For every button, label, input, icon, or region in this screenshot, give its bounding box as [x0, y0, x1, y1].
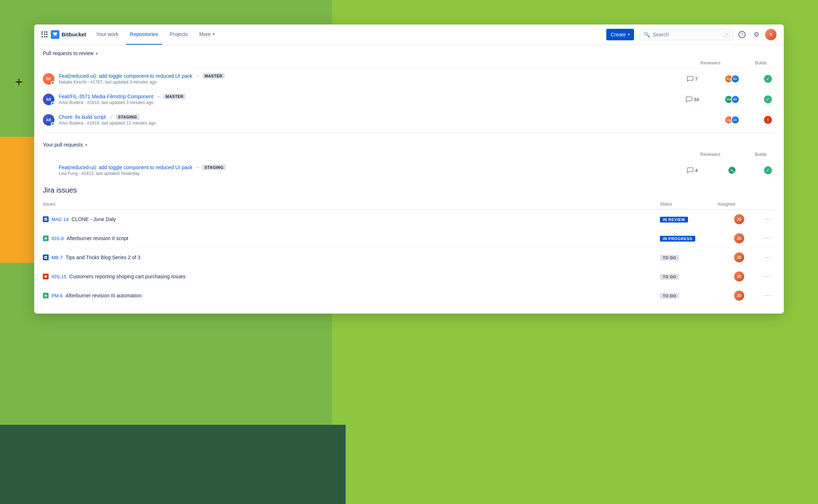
your-pr-chevron: ▾ [85, 143, 87, 147]
pr-info: Feat(reduced-ui): add toggle component t… [59, 165, 677, 176]
build-success-icon: ✓ [764, 166, 772, 174]
jira-issue-info: MAC-14 CLONE - June Daly [43, 216, 660, 222]
table-row: AB Feat/FIL-3571 Media Filmstrip Compone… [43, 89, 775, 110]
main-card: Bitbucket Your work Repositories Project… [34, 24, 784, 314]
issue-actions[interactable]: ··· [761, 216, 775, 222]
pr-author-avatar: AB [43, 94, 54, 105]
nav-repositories[interactable]: Repositories [126, 24, 162, 45]
search-placeholder: Search [653, 32, 721, 37]
jira-col-assignee-header: Assignee [718, 202, 761, 207]
your-pr-title: Your pull requests [43, 142, 83, 148]
comment-icon [686, 96, 692, 102]
user-avatar-nav[interactable]: U [765, 29, 777, 40]
approved-badge [733, 171, 736, 174]
jira-col-status-header: Status [660, 202, 718, 207]
issue-actions[interactable]: ··· [761, 292, 775, 299]
issue-key[interactable]: IOS-15 [51, 274, 66, 279]
content-area: Pull requests to review ▾ Reviewers Buil… [34, 45, 784, 314]
pr-meta: Natalie Kirscht - #1787, last updated 3 … [59, 80, 677, 85]
nav-your-work[interactable]: Your work [92, 24, 123, 45]
pr-comments[interactable]: 7 [682, 76, 703, 82]
pr-reviewers: U1 U2 [718, 116, 746, 124]
pr-to-review-header[interactable]: Pull requests to review ▾ [34, 45, 784, 59]
pr-reviewers: R [718, 166, 746, 175]
issue-status: IN REVIEW [660, 216, 718, 222]
pr-comments[interactable]: 34 [682, 96, 703, 102]
pr-comments[interactable]: 4 [682, 167, 703, 173]
more-actions-icon[interactable]: ··· [764, 235, 771, 242]
pr-title[interactable]: Feat(reduced-ui): add toggle component t… [59, 165, 192, 170]
issue-key[interactable]: PM-6 [51, 293, 63, 298]
issue-key[interactable]: MB-7 [51, 255, 63, 260]
issue-key[interactable]: IOS-8 [51, 236, 64, 241]
reviewer-avatar: R2 [731, 75, 740, 83]
jira-section: Jira issues Issues Status Assignee MAC-1… [34, 180, 784, 305]
nav-logo-area: Bitbucket [41, 30, 86, 39]
pr-title[interactable]: Feat/FIL-3571 Media Filmstrip Component [59, 94, 153, 99]
pr-arrow-icon: → [195, 165, 199, 170]
navbar: Bitbucket Your work Repositories Project… [34, 24, 784, 45]
avatar-online-status [51, 122, 54, 126]
pr-reviewers: R1 R2 [718, 75, 746, 83]
issue-actions[interactable]: ··· [761, 235, 775, 242]
pr-right-section: 4 R ✓ [682, 166, 775, 175]
pr-arrow-icon: → [109, 114, 113, 120]
nav-more[interactable]: More ▾ [195, 24, 219, 45]
pr-reviewers: R3 R2 [718, 95, 746, 104]
search-bar[interactable]: 🔍 Search / [640, 29, 733, 40]
pr-right-section: 34 R3 R2 ✓ [682, 95, 775, 104]
issue-key[interactable]: MAC-14 [51, 217, 69, 222]
col-header-reviewers: Reviewers [696, 60, 725, 66]
table-row: Feat(reduced-ui): add toggle component t… [43, 160, 775, 180]
your-pr-header[interactable]: Your pull requests ▾ [34, 136, 784, 150]
chevron-down-icon: ▾ [628, 32, 630, 36]
bitbucket-logo[interactable]: Bitbucket [51, 30, 86, 39]
pr-branch: MASTER [163, 94, 185, 99]
pr-right-section: U1 U2 ! [682, 116, 775, 124]
help-button[interactable]: ? [736, 29, 748, 40]
decorative-plus-2: + [15, 76, 23, 89]
issue-summary: Afterburner revision III automation [66, 293, 141, 298]
more-actions-icon[interactable]: ··· [764, 254, 771, 261]
app-switcher-icon[interactable] [41, 31, 48, 38]
pr-right-section: 7 R1 R2 ✓ [682, 75, 775, 83]
issue-assignee: JD [718, 214, 761, 224]
status-badge: TO DO [660, 274, 679, 280]
assignee-avatar: JD [734, 252, 744, 262]
issue-type-story-icon [43, 235, 49, 241]
comment-count: 34 [694, 97, 699, 102]
jira-table-header: Issues Status Assignee [43, 200, 775, 210]
section-divider [43, 133, 775, 133]
build-success-icon: ✓ [764, 75, 772, 83]
nav-projects[interactable]: Projects [165, 24, 192, 45]
comment-icon [687, 167, 693, 173]
issue-summary: Afterburner revision II script [67, 235, 128, 241]
app-name: Bitbucket [62, 31, 86, 37]
col-header-reviewers-2: Reviewers [696, 152, 725, 157]
pr-to-review-table: Reviewers Builds NK Feat(reduced-ui): ad… [34, 59, 784, 130]
pr-arrow-icon: → [195, 73, 199, 78]
more-actions-icon[interactable]: ··· [764, 216, 771, 222]
jira-col-issues-header: Issues [43, 202, 660, 207]
pr-title[interactable]: Feat(reduced-ui): add toggle component t… [59, 73, 192, 79]
pr-title[interactable]: Chore: fix build script [59, 114, 106, 120]
issue-actions[interactable]: ··· [761, 273, 775, 280]
pr-info: Chore: fix build script → STAGING Artur … [59, 114, 677, 126]
issue-summary: Customers reporting shoping cart purchas… [69, 274, 185, 279]
table-row: AB Chore: fix build script → STAGING Art… [43, 110, 775, 130]
build-fail-icon: ! [764, 116, 772, 124]
issue-summary: Tips and Tricks Blog Series 2 of 3 [66, 255, 140, 260]
reviewer-avatar: U2 [731, 116, 740, 124]
settings-button[interactable]: ⚙ [751, 29, 762, 40]
jira-section-title: Jira issues [43, 186, 775, 194]
jira-issue-info: PM-6 Afterburner revision III automation [43, 293, 660, 298]
jira-issue-info: IOS-8 Afterburner revision II script [43, 235, 660, 241]
issue-status: TO DO [660, 254, 718, 261]
more-actions-icon[interactable]: ··· [764, 292, 771, 299]
pr-info: Feat(reduced-ui): add toggle component t… [59, 73, 677, 85]
more-actions-icon[interactable]: ··· [764, 273, 771, 280]
issue-actions[interactable]: ··· [761, 254, 775, 261]
create-button[interactable]: Create ▾ [606, 29, 634, 40]
issue-assignee: JD [718, 233, 761, 243]
pr-meta: Lisa Fung - #1812, last updated Yesterda… [59, 171, 677, 176]
